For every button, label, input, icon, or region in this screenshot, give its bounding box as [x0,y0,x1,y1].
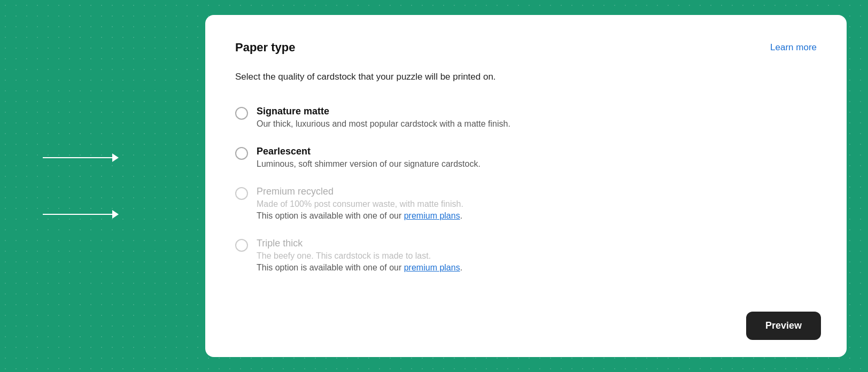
option-content-premium-recycled: Premium recycled Made of 100% post consu… [257,186,463,221]
option-content-triple-thick: Triple thick The beefy one. This cardsto… [257,238,462,273]
arrow-bottom [43,210,119,219]
option-label-signature-matte: Signature matte [257,106,510,117]
premium-text-post-recycled: . [460,211,462,220]
option-desc-premium-recycled: Made of 100% post consumer waste, with m… [257,199,463,209]
radio-pearlescent[interactable] [235,147,248,160]
subtitle: Select the quality of cardstock that you… [235,72,817,82]
radio-wrapper-triple-thick [235,239,248,252]
options-list: Signature matte Our thick, luxurious and… [235,97,817,281]
option-premium-text-triple: This option is available with one of our… [257,263,462,273]
premium-text-pre-triple: This option is available with one of our [257,263,404,272]
arrow-top [43,153,119,162]
arrow-line-bottom [43,214,112,215]
preview-button[interactable]: Preview [746,312,821,340]
radio-triple-thick [235,239,248,252]
paper-type-panel: Paper type Learn more Select the quality… [205,15,847,357]
option-premium-text-recycled: This option is available with one of our… [257,211,463,221]
premium-text-pre-recycled: This option is available with one of our [257,211,404,220]
arrow-decorations [43,153,119,219]
option-desc-signature-matte: Our thick, luxurious and most popular ca… [257,119,510,129]
option-label-triple-thick: Triple thick [257,238,462,249]
learn-more-link[interactable]: Learn more [770,42,817,53]
option-pearlescent[interactable]: Pearlescent Luminous, soft shimmer versi… [235,137,817,177]
radio-premium-recycled [235,187,248,200]
radio-wrapper-premium-recycled [235,187,248,200]
premium-plans-link-recycled[interactable]: premium plans [404,211,460,220]
option-triple-thick: Triple thick The beefy one. This cardsto… [235,229,817,281]
arrow-head-bottom [112,210,119,219]
option-premium-recycled: Premium recycled Made of 100% post consu… [235,177,817,229]
option-desc-pearlescent: Luminous, soft shimmer version of our si… [257,159,480,169]
option-label-premium-recycled: Premium recycled [257,186,463,197]
premium-plans-link-triple[interactable]: premium plans [404,263,460,272]
option-signature-matte[interactable]: Signature matte Our thick, luxurious and… [235,97,817,137]
arrow-head-top [112,153,119,162]
arrow-line-top [43,157,112,158]
option-content-signature-matte: Signature matte Our thick, luxurious and… [257,106,510,129]
panel-header: Paper type Learn more [235,41,817,55]
radio-wrapper-pearlescent[interactable] [235,147,248,160]
premium-text-post-triple: . [460,263,462,272]
radio-wrapper-signature-matte[interactable] [235,107,248,120]
panel-title: Paper type [235,41,296,55]
radio-signature-matte[interactable] [235,107,248,120]
option-content-pearlescent: Pearlescent Luminous, soft shimmer versi… [257,146,480,169]
option-desc-triple-thick: The beefy one. This cardstock is made to… [257,251,462,261]
option-label-pearlescent: Pearlescent [257,146,480,157]
